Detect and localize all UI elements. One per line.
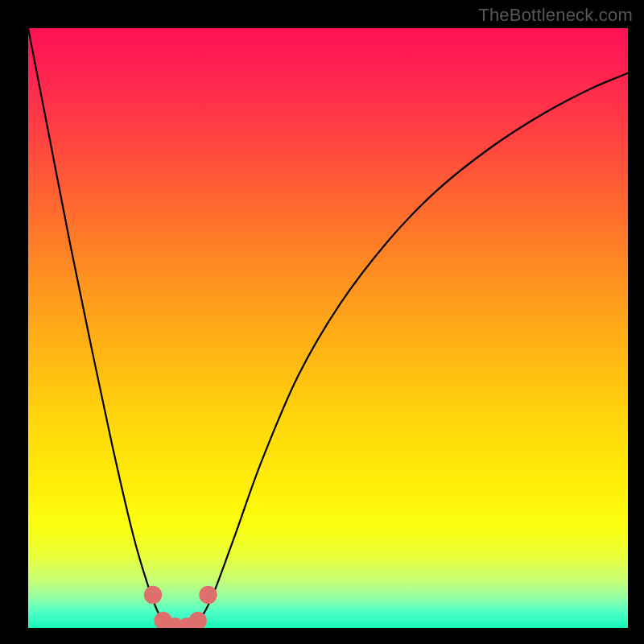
watermark-text: TheBottleneck.com [478,5,633,26]
optimal-marker [144,586,162,604]
optimal-marker [199,586,217,604]
chart-svg [28,28,628,628]
chart-frame: TheBottleneck.com [0,0,644,644]
plot-area [28,28,628,628]
bottleneck-curve [28,28,628,628]
